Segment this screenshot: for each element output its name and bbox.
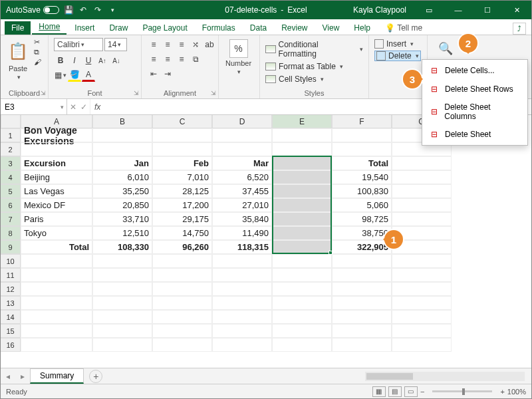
maximize-button[interactable]: ☐: [473, 1, 502, 19]
cell[interactable]: Excursion: [21, 156, 92, 170]
zoom-out-button[interactable]: −: [420, 388, 424, 396]
row-header[interactable]: 12: [1, 282, 21, 296]
select-all-button[interactable]: [1, 115, 21, 128]
row-header[interactable]: 3: [1, 156, 21, 170]
row-header[interactable]: 16: [1, 338, 21, 352]
tab-data[interactable]: Data: [243, 21, 273, 35]
sheet-tab[interactable]: Summary: [30, 368, 84, 384]
page-break-view-icon[interactable]: ▭: [404, 386, 418, 397]
cell[interactable]: Bon Voyage Excursions: [21, 128, 92, 142]
format-painter-icon[interactable]: 🖌: [34, 58, 41, 66]
username[interactable]: Kayla Claypool: [345, 5, 414, 15]
new-sheet-button[interactable]: +: [89, 370, 102, 383]
tab-insert[interactable]: Insert: [68, 21, 101, 35]
cancel-formula-icon[interactable]: ✕: [70, 102, 76, 112]
delete-rows-menuitem[interactable]: ⊟Delete Sheet Rows: [422, 80, 527, 98]
page-layout-view-icon[interactable]: ▤: [388, 386, 402, 397]
sheet-nav-prev-icon[interactable]: ◂: [1, 372, 15, 381]
tab-draw[interactable]: Draw: [102, 21, 134, 35]
bold-button[interactable]: B: [54, 54, 67, 67]
tab-tellme[interactable]: 💡 Tell me: [378, 21, 429, 35]
row-header[interactable]: 2: [1, 142, 21, 156]
format-as-table-button[interactable]: Format as Table▾: [265, 61, 343, 72]
increase-font-icon[interactable]: A↑: [96, 54, 109, 67]
undo-icon[interactable]: ↶: [78, 5, 88, 15]
underline-button[interactable]: U: [82, 54, 95, 67]
row-header[interactable]: 8: [1, 226, 21, 240]
row-header[interactable]: 13: [1, 296, 21, 310]
merge-icon[interactable]: ⧉: [189, 53, 202, 66]
dialog-launcher-icon[interactable]: ⇲: [211, 90, 216, 96]
delete-cells-menuitem[interactable]: ⊟Delete Cells...: [422, 61, 527, 80]
number-format-button[interactable]: %Number▾: [224, 38, 253, 76]
enter-formula-icon[interactable]: ✓: [80, 102, 87, 112]
chevron-down-icon[interactable]: ▾: [416, 53, 419, 59]
zoom-level[interactable]: 100%: [507, 388, 526, 396]
border-button[interactable]: ▦▾: [54, 68, 67, 82]
minimize-button[interactable]: —: [444, 1, 473, 19]
align-top-icon[interactable]: ≡: [147, 38, 160, 51]
wrap-text-icon[interactable]: ab: [203, 38, 216, 51]
tab-page-layout[interactable]: Page Layout: [136, 21, 194, 35]
decrease-indent-icon[interactable]: ⇤: [147, 67, 160, 80]
tab-formulas[interactable]: Formulas: [196, 21, 242, 35]
share-button[interactable]: ⤴: [513, 23, 526, 35]
chevron-down-icon[interactable]: ▾: [17, 74, 21, 80]
tab-home[interactable]: Home: [32, 20, 66, 35]
save-icon[interactable]: 💾: [63, 5, 74, 15]
col-header[interactable]: C: [152, 115, 212, 128]
cell-styles-button[interactable]: Cell Styles▾: [265, 74, 324, 84]
increase-indent-icon[interactable]: ⇥: [161, 67, 174, 80]
row-header[interactable]: 14: [1, 310, 21, 324]
dialog-launcher-icon[interactable]: ⇲: [134, 90, 139, 96]
sheet-nav-next-icon[interactable]: ▸: [15, 372, 30, 381]
orientation-icon[interactable]: ⤭: [189, 38, 202, 51]
ribbon-options-icon[interactable]: ▭: [414, 1, 444, 19]
cut-icon[interactable]: ✂: [34, 38, 41, 47]
col-header[interactable]: D: [212, 115, 272, 128]
font-name-select[interactable]: Calibri▾: [54, 38, 103, 51]
row-header[interactable]: 4: [1, 170, 21, 184]
align-right-icon[interactable]: ≡: [175, 53, 188, 66]
align-left-icon[interactable]: ≡: [147, 53, 160, 66]
fx-icon[interactable]: fx: [90, 99, 104, 114]
row-header[interactable]: 6: [1, 198, 21, 212]
decrease-font-icon[interactable]: A↓: [110, 54, 123, 67]
col-header[interactable]: F: [332, 115, 392, 128]
delete-cols-menuitem[interactable]: ⊟Delete Sheet Columns: [422, 98, 527, 125]
fill-color-button[interactable]: 🪣: [68, 68, 81, 82]
tab-review[interactable]: Review: [275, 21, 314, 35]
font-color-button[interactable]: A: [82, 68, 95, 82]
close-button[interactable]: ✕: [502, 1, 531, 19]
align-middle-icon[interactable]: ≡: [161, 38, 174, 51]
col-header[interactable]: B: [92, 115, 152, 128]
col-header[interactable]: E: [272, 115, 332, 128]
copy-icon[interactable]: ⧉: [34, 48, 41, 57]
italic-button[interactable]: I: [68, 54, 81, 67]
paste-button[interactable]: 📋 Paste ▾: [6, 38, 30, 82]
delete-sheet-menuitem[interactable]: ⊟Delete Sheet: [422, 125, 527, 144]
font-size-select[interactable]: 14▾: [104, 38, 127, 51]
toggle-off-icon[interactable]: [43, 6, 59, 14]
row-header[interactable]: 5: [1, 184, 21, 198]
dialog-launcher-icon[interactable]: ⇲: [41, 90, 46, 96]
tab-view[interactable]: View: [316, 21, 346, 35]
row-header[interactable]: 11: [1, 268, 21, 282]
tab-help[interactable]: Help: [347, 21, 377, 35]
qat-dropdown-icon[interactable]: ▾: [107, 5, 118, 15]
row-header[interactable]: 15: [1, 324, 21, 338]
worksheet-grid[interactable]: A B C D E F G 1 Bon Voyage Excursions 2 …: [1, 115, 531, 368]
redo-icon[interactable]: ↷: [92, 5, 103, 15]
row-header[interactable]: 9: [1, 240, 21, 254]
row-header[interactable]: 7: [1, 212, 21, 226]
row-header[interactable]: 1: [1, 128, 21, 142]
tab-file[interactable]: File: [5, 21, 31, 35]
chevron-down-icon[interactable]: ▾: [61, 104, 64, 110]
autosave-toggle[interactable]: AutoSave: [6, 5, 59, 15]
zoom-in-button[interactable]: +: [500, 388, 504, 396]
align-center-icon[interactable]: ≡: [161, 53, 174, 66]
name-box[interactable]: E3▾: [1, 99, 67, 114]
align-bottom-icon[interactable]: ≡: [175, 38, 188, 51]
normal-view-icon[interactable]: ▦: [372, 386, 386, 397]
delete-cells-button[interactable]: Delete▾: [374, 51, 421, 61]
